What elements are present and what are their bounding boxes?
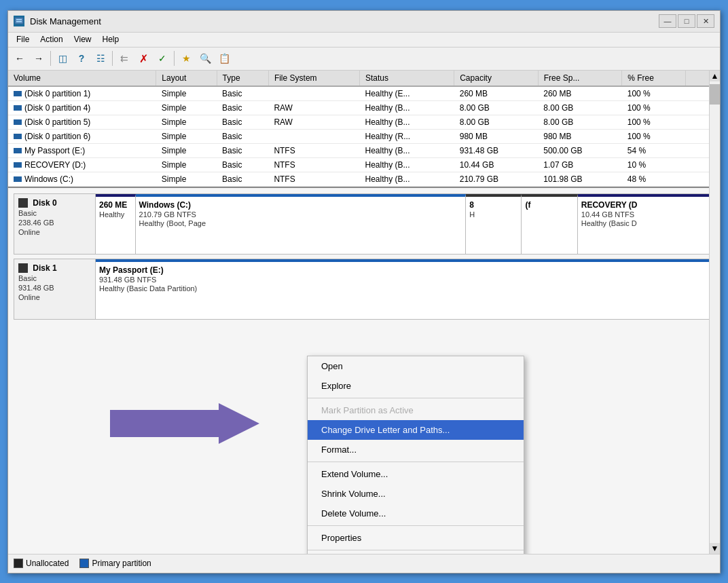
table-cell: RAW — [268, 115, 359, 129]
disk0-type: Basic — [18, 209, 91, 217]
star-button[interactable]: ★ — [177, 50, 195, 67]
menu-help[interactable]: Help — [97, 33, 125, 45]
row-drive-icon — [14, 105, 22, 111]
partition-recovery-d[interactable]: RECOVERY (D 10.44 GB NTFS Healthy (Basic… — [578, 194, 714, 254]
ctx-shrink-volume[interactable]: Shrink Volume... — [308, 484, 524, 504]
table-cell: Windows (C:) — [8, 172, 156, 186]
ctx-format[interactable]: Format... — [308, 440, 524, 459]
disk0-row: Disk 0 Basic 238.46 GB Online 260 ME Hea… — [14, 193, 714, 255]
partition-windows-c[interactable]: Windows (C:) 210.79 GB NTFS Healthy (Boo… — [136, 194, 467, 254]
search-button[interactable]: 🔍 — [196, 50, 214, 67]
view-button[interactable]: ◫ — [54, 50, 71, 67]
svg-rect-1 — [16, 19, 22, 20]
properties-button[interactable]: ☷ — [92, 50, 109, 67]
scrollbar-thumb[interactable] — [710, 84, 720, 105]
maximize-button[interactable]: □ — [678, 14, 695, 28]
table-row[interactable]: My Passport (E:)SimpleBasicNTFSHealthy (… — [8, 143, 720, 157]
table-cell: Basic — [217, 129, 268, 143]
ctx-open[interactable]: Open — [308, 356, 524, 376]
table-cell: (Disk 0 partition 6) — [8, 129, 156, 143]
table-row[interactable]: (Disk 0 partition 5)SimpleBasicRAWHealth… — [8, 115, 720, 129]
table-row[interactable]: Windows (C:)SimpleBasicNTFSHealthy (B...… — [8, 172, 720, 186]
menu-view[interactable]: View — [69, 33, 97, 45]
col-freesp[interactable]: Free Sp... — [538, 71, 622, 86]
table-cell: RAW — [268, 100, 359, 115]
disk1-row: Disk 1 Basic 931.48 GB Online My Passpor… — [14, 259, 714, 320]
partition-d0p4[interactable]: (f — [522, 194, 577, 254]
col-capacity[interactable]: Capacity — [454, 71, 539, 86]
help-button[interactable]: ? — [73, 50, 90, 67]
toolbar: ← → ◫ ? ☷ ⇇ ✗ ✓ ★ 🔍 📋 — [8, 48, 720, 71]
delete-button[interactable]: ✗ — [134, 50, 152, 67]
table-cell: RECOVERY (D:) — [8, 157, 156, 172]
table-cell: 260 MB — [538, 86, 622, 101]
undo-button[interactable]: ⇇ — [115, 50, 133, 67]
col-pcfree[interactable]: % Free — [622, 71, 686, 86]
table-cell: (Disk 0 partition 1) — [8, 86, 156, 101]
ctx-delete-volume[interactable]: Delete Volume... — [308, 504, 524, 523]
toolbar-separator-2 — [112, 51, 113, 66]
svg-rect-2 — [16, 21, 22, 22]
table-row[interactable]: (Disk 0 partition 6)SimpleBasicHealthy (… — [8, 129, 720, 143]
ctx-sep-4 — [308, 550, 524, 550]
ctx-change-drive-letter[interactable]: Change Drive Letter and Paths... — [308, 420, 524, 440]
table-cell: Basic — [217, 157, 268, 172]
table-cell: Simple — [156, 143, 217, 157]
table-cell: Healthy (B... — [360, 100, 454, 115]
svg-rect-0 — [15, 18, 23, 24]
table-row[interactable]: (Disk 0 partition 1)SimpleBasicHealthy (… — [8, 86, 720, 101]
disk1-info: Disk 1 Basic 931.48 GB Online — [14, 259, 96, 319]
table-cell: Basic — [217, 100, 268, 115]
legend-primary-partition: Primary partition — [79, 559, 151, 568]
back-button[interactable]: ← — [11, 50, 29, 67]
check-button[interactable]: ✓ — [153, 50, 171, 67]
ctx-extend-volume[interactable]: Extend Volume... — [308, 464, 524, 484]
minimize-button[interactable]: — — [659, 14, 676, 28]
menu-action[interactable]: Action — [35, 33, 68, 45]
table-cell: Healthy (B... — [360, 143, 454, 157]
table-cell: Simple — [156, 86, 217, 101]
table-cell: NTFS — [268, 172, 359, 186]
disk0-size: 238.46 GB — [18, 219, 91, 227]
partition-mypassport-e[interactable]: My Passport (E:) 931.48 GB NTFS Healthy … — [96, 259, 714, 319]
col-layout[interactable]: Layout — [156, 71, 217, 86]
menu-file[interactable]: File — [11, 33, 35, 45]
table-cell: 100 % — [622, 100, 686, 115]
table-cell: 8.00 GB — [454, 115, 539, 129]
legend-unallocated: Unallocated — [14, 559, 69, 568]
disk1-status: Online — [18, 293, 91, 301]
ctx-help[interactable]: Help — [308, 552, 524, 554]
table-cell: 100 % — [622, 115, 686, 129]
forward-button[interactable]: → — [30, 50, 48, 67]
table-cell: Healthy (B... — [360, 115, 454, 129]
volume-table-section: Volume Layout Type File System Status Ca… — [8, 71, 720, 188]
table-cell: 48 % — [622, 172, 686, 186]
table-cell: 10 % — [622, 157, 686, 172]
col-type[interactable]: Type — [217, 71, 268, 86]
table-cell: Basic — [217, 143, 268, 157]
table-cell: NTFS — [268, 143, 359, 157]
col-volume[interactable]: Volume — [8, 71, 156, 86]
col-filesystem[interactable]: File System — [268, 71, 359, 86]
clipboard-button[interactable]: 📋 — [215, 50, 233, 67]
table-cell: Healthy (B... — [360, 172, 454, 186]
partition-d0p3[interactable]: 8 H — [466, 194, 522, 254]
context-menu: Open Explore Mark Partition as Active Ch… — [307, 356, 524, 554]
ctx-explore[interactable]: Explore — [308, 376, 524, 396]
table-cell: Simple — [156, 172, 217, 186]
ctx-properties[interactable]: Properties — [308, 528, 524, 548]
close-button[interactable]: ✕ — [697, 14, 714, 28]
scrollbar-down-btn[interactable]: ▼ — [710, 543, 720, 554]
table-row[interactable]: RECOVERY (D:)SimpleBasicNTFSHealthy (B..… — [8, 157, 720, 172]
table-cell: Healthy (R... — [360, 129, 454, 143]
table-cell: Basic — [217, 172, 268, 186]
row-drive-icon — [14, 148, 22, 153]
scrollbar-up-btn[interactable]: ▲ — [710, 71, 720, 81]
row-drive-icon — [14, 119, 22, 125]
table-row[interactable]: (Disk 0 partition 4)SimpleBasicRAWHealth… — [8, 100, 720, 115]
col-status[interactable]: Status — [360, 71, 454, 86]
table-cell: Healthy (E... — [360, 86, 454, 101]
partition-d0p1[interactable]: 260 ME Healthy — [96, 194, 136, 254]
table-cell: 931.48 GB — [454, 143, 539, 157]
vertical-scrollbar[interactable]: ▲ ▼ — [709, 71, 720, 554]
